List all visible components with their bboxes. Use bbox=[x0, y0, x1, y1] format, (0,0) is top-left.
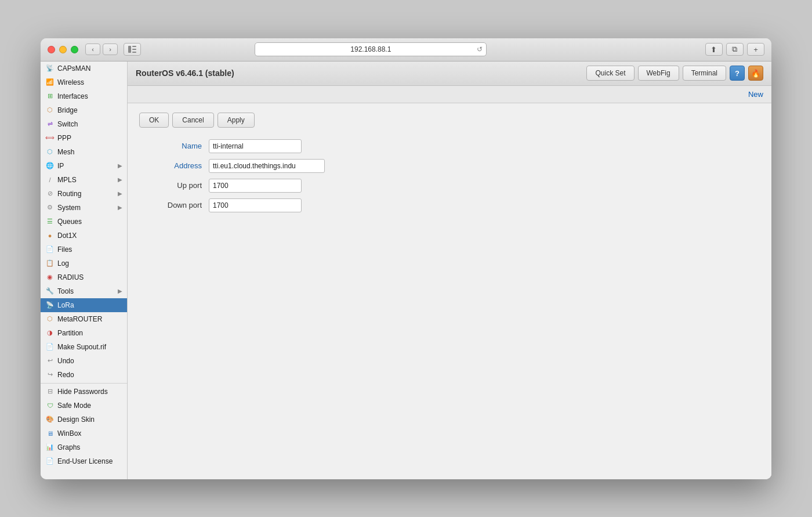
up-port-row: Up port bbox=[139, 179, 760, 193]
sidebar-label-graphs: Graphs bbox=[57, 443, 122, 451]
address-text: 192.168.88.1 bbox=[350, 45, 391, 53]
sidebar-item-files[interactable]: 📄 Files bbox=[41, 243, 127, 256]
sidebar-item-routing[interactable]: ⊘ Routing ▶ bbox=[41, 187, 127, 201]
name-row: Name bbox=[139, 139, 760, 153]
sidebar-item-winbox[interactable]: 🖥 WinBox bbox=[41, 426, 127, 440]
sidebar-label-log: Log bbox=[57, 259, 122, 267]
system-arrow: ▶ bbox=[118, 204, 122, 211]
design-skin-icon: 🎨 bbox=[45, 415, 55, 424]
sidebar-item-tools[interactable]: 🔧 Tools ▶ bbox=[41, 284, 127, 298]
sidebar-toggle-button[interactable] bbox=[124, 43, 141, 56]
sidebar-item-partition[interactable]: ◑ Partition bbox=[41, 326, 127, 340]
sidebar-item-queues[interactable]: ☰ Queues bbox=[41, 215, 127, 229]
sidebar-label-mpls: MPLS bbox=[57, 176, 118, 184]
sidebar-item-metarouter[interactable]: ⬡ MetaROUTER bbox=[41, 312, 127, 326]
forward-button[interactable]: › bbox=[103, 44, 118, 55]
winbox-icon: 🖥 bbox=[45, 429, 55, 438]
form-table: Name Address Up port Down port bbox=[139, 139, 760, 212]
eula-icon: 📄 bbox=[45, 457, 55, 466]
sidebar-divider bbox=[41, 383, 127, 384]
address-input[interactable] bbox=[209, 159, 325, 173]
ok-button[interactable]: OK bbox=[139, 113, 169, 128]
sidebar-item-dot1x[interactable]: ● Dot1X bbox=[41, 229, 127, 243]
sidebar-item-system[interactable]: ⚙ System ▶ bbox=[41, 201, 127, 215]
apply-button[interactable]: Apply bbox=[217, 113, 255, 128]
sidebar-item-design-skin[interactable]: 🎨 Design Skin bbox=[41, 413, 127, 426]
mpls-icon: / bbox=[45, 175, 55, 185]
tools-icon: 🔧 bbox=[45, 287, 55, 296]
name-input[interactable] bbox=[209, 139, 302, 153]
sidebar: 📡 CAPsMAN 📶 Wireless ⊞ Interfaces ⬡ Brid… bbox=[41, 62, 128, 479]
safe-mode-icon: 🛡 bbox=[45, 401, 55, 410]
sidebar-label-switch: Switch bbox=[57, 120, 122, 128]
sidebar-label-system: System bbox=[57, 204, 118, 212]
sidebar-label-interfaces: Interfaces bbox=[57, 92, 122, 100]
up-port-input[interactable] bbox=[209, 179, 302, 193]
quick-set-button[interactable]: Quick Set bbox=[586, 66, 634, 81]
webfig-button[interactable]: WebFig bbox=[638, 66, 679, 81]
sidebar-label-bridge: Bridge bbox=[57, 106, 122, 114]
sidebar-item-safe-mode[interactable]: 🛡 Safe Mode bbox=[41, 399, 127, 413]
queues-icon: ☰ bbox=[45, 217, 55, 226]
name-label: Name bbox=[139, 142, 209, 150]
radius-icon: ◉ bbox=[45, 273, 55, 282]
sidebar-label-make-supout: Make Supout.rif bbox=[57, 343, 122, 351]
refresh-button[interactable]: ↺ bbox=[477, 45, 483, 53]
tools-arrow: ▶ bbox=[118, 288, 122, 294]
close-button[interactable] bbox=[48, 46, 55, 53]
sidebar-label-redo: Redo bbox=[57, 371, 122, 379]
mesh-icon: ⬡ bbox=[45, 147, 55, 157]
sidebar-label-files: Files bbox=[57, 245, 122, 254]
svg-rect-2 bbox=[132, 49, 136, 50]
help-icon: ? bbox=[735, 69, 740, 78]
minimize-button[interactable] bbox=[59, 46, 67, 53]
sidebar-label-routing: Routing bbox=[57, 190, 118, 198]
flame-button[interactable]: 🔥 bbox=[748, 66, 763, 81]
sidebar-item-capsман[interactable]: 📡 CAPsMAN bbox=[41, 62, 127, 75]
sidebar-item-ppp[interactable]: ⟺ PPP bbox=[41, 131, 127, 145]
log-icon: 📋 bbox=[45, 259, 55, 268]
maximize-button[interactable] bbox=[71, 46, 78, 53]
wireless-icon: 📶 bbox=[45, 78, 55, 87]
sidebar-item-mesh[interactable]: ⬡ Mesh bbox=[41, 145, 127, 159]
sidebar-item-radius[interactable]: ◉ RADIUS bbox=[41, 270, 127, 284]
form-area: OK Cancel Apply Name Address Up port bbox=[128, 103, 771, 479]
bridge-icon: ⬡ bbox=[45, 106, 55, 115]
redo-icon: ↪ bbox=[45, 370, 55, 379]
sidebar-label-tools: Tools bbox=[57, 287, 118, 295]
terminal-button[interactable]: Terminal bbox=[683, 66, 726, 81]
sidebar-item-ip[interactable]: 🌐 IP ▶ bbox=[41, 159, 127, 173]
cancel-button[interactable]: Cancel bbox=[172, 113, 213, 128]
sidebar-item-switch[interactable]: ⇌ Switch bbox=[41, 117, 127, 131]
ip-arrow: ▶ bbox=[118, 162, 122, 169]
sidebar-item-make-supout[interactable]: 📄 Make Supout.rif bbox=[41, 340, 127, 354]
sidebar-item-hide-passwords[interactable]: ⊟ Hide Passwords bbox=[41, 385, 127, 399]
sidebar-item-wireless[interactable]: 📶 Wireless bbox=[41, 75, 127, 89]
sidebar-item-interfaces[interactable]: ⊞ Interfaces bbox=[41, 89, 127, 103]
sidebar-item-redo[interactable]: ↪ Redo bbox=[41, 368, 127, 382]
address-bar[interactable]: 192.168.88.1 ↺ bbox=[255, 42, 487, 56]
partition-icon: ◑ bbox=[45, 328, 55, 338]
sidebar-item-log[interactable]: 📋 Log bbox=[41, 256, 127, 270]
share-button[interactable]: ⬆ bbox=[705, 43, 723, 56]
undo-icon: ↩ bbox=[45, 356, 55, 366]
sidebar-label-radius: RADIUS bbox=[57, 273, 122, 281]
sidebar-item-eula[interactable]: 📄 End-User License bbox=[41, 454, 127, 468]
sidebar-item-undo[interactable]: ↩ Undo bbox=[41, 354, 127, 368]
sidebar-item-mpls[interactable]: / MPLS ▶ bbox=[41, 173, 127, 187]
sidebar-item-graphs[interactable]: 📊 Graphs bbox=[41, 440, 127, 454]
system-icon: ⚙ bbox=[45, 203, 55, 212]
sidebar-label-hide-passwords: Hide Passwords bbox=[57, 388, 122, 396]
sidebar-item-bridge[interactable]: ⬡ Bridge bbox=[41, 103, 127, 117]
add-tab-button[interactable]: + bbox=[747, 43, 764, 56]
back-button[interactable]: ‹ bbox=[85, 44, 100, 55]
sidebar-label-ppp: PPP bbox=[57, 134, 122, 142]
window-button[interactable]: ⧉ bbox=[726, 43, 744, 56]
lora-icon: 📡 bbox=[45, 301, 55, 310]
help-button[interactable]: ? bbox=[730, 66, 745, 81]
sidebar-label-ip: IP bbox=[57, 162, 118, 170]
down-port-input[interactable] bbox=[209, 198, 302, 212]
sidebar-item-lora[interactable]: 📡 LoRa bbox=[41, 298, 127, 312]
header-buttons: Quick Set WebFig Terminal ? 🔥 bbox=[586, 66, 763, 81]
new-button[interactable]: New bbox=[748, 90, 763, 99]
